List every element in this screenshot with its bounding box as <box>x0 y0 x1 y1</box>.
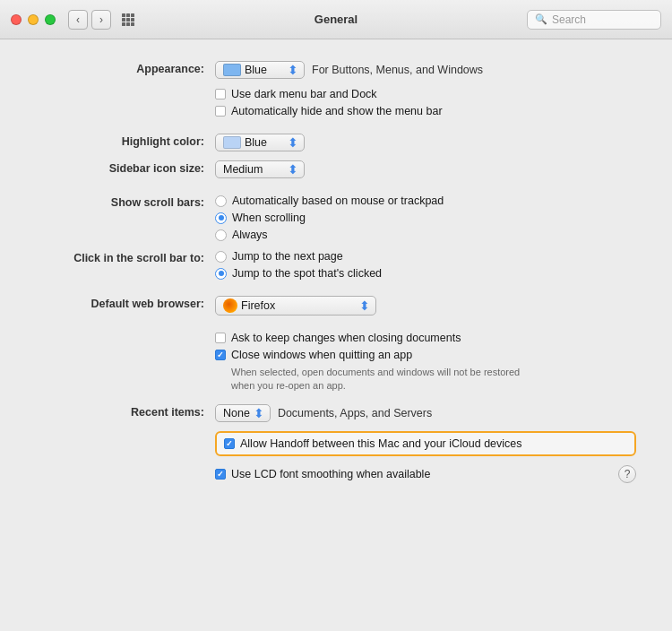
scroll-auto-label: Automatically based on mouse or trackpad <box>232 194 444 207</box>
appearance-controls: Blue ⬍ For Buttons, Menus, and Windows <box>215 61 483 79</box>
scroll-when-scrolling-row: When scrolling <box>215 212 444 224</box>
scroll-always-row: Always <box>215 229 444 241</box>
recent-items-dropdown-arrow: ⬍ <box>254 407 264 419</box>
scroll-auto-row: Automatically based on mouse or trackpad <box>215 194 444 207</box>
click-next-page-row: Jump to the next page <box>215 250 382 263</box>
scroll-when-scrolling-label: When scrolling <box>232 212 306 224</box>
close-windows-checkbox[interactable] <box>215 350 226 360</box>
firefox-icon <box>223 298 237 313</box>
handoff-group: Allow Handoff between this Mac and your … <box>215 431 636 456</box>
app-grid-button[interactable] <box>118 10 138 30</box>
default-browser-dropdown[interactable]: Firefox ⬍ <box>215 296 376 316</box>
click-scroll-row: Click in the scroll bar to: Jump to the … <box>36 250 636 280</box>
use-lcd-row: Use LCD font smoothing when available <box>215 468 430 480</box>
sidebar-icon-size-value: Medium <box>223 163 263 176</box>
lcd-group: Use LCD font smoothing when available ? <box>215 465 636 483</box>
default-browser-label: Default web browser: <box>36 296 215 310</box>
recent-items-value: None <box>223 407 250 419</box>
scroll-when-scrolling-radio[interactable] <box>215 212 227 224</box>
recent-items-label: Recent items: <box>36 404 215 419</box>
sidebar-size-dropdown-arrow: ⬍ <box>288 163 298 176</box>
dark-menu-checkbox[interactable] <box>215 89 226 99</box>
scroll-always-radio[interactable] <box>215 229 227 241</box>
click-scroll-controls: Jump to the next page Jump to the spot t… <box>215 250 382 280</box>
search-box[interactable]: 🔍 Search <box>527 10 661 30</box>
click-next-page-label: Jump to the next page <box>232 250 343 263</box>
recent-items-controls: None ⬍ Documents, Apps, and Servers <box>215 404 432 422</box>
click-scroll-label: Click in the scroll bar to: <box>36 250 215 264</box>
click-spot-label: Jump to the spot that's clicked <box>232 267 382 280</box>
auto-hide-menu-row: Automatically hide and show the menu bar <box>215 105 636 117</box>
auto-hide-menu-label: Automatically hide and show the menu bar <box>231 105 443 117</box>
highlight-color-swatch <box>223 136 241 149</box>
search-icon: 🔍 <box>535 13 547 25</box>
menu-options-group: Use dark menu bar and Dock Automatically… <box>215 88 636 117</box>
default-browser-value: Firefox <box>241 299 275 312</box>
browser-dropdown-arrow: ⬍ <box>359 299 370 312</box>
appearance-dropdown[interactable]: Blue ⬍ <box>215 61 305 79</box>
recent-items-dropdown[interactable]: None ⬍ <box>215 404 271 422</box>
documents-options-group: Ask to keep changes when closing documen… <box>215 332 636 393</box>
handoff-highlighted-row: Allow Handoff between this Mac and your … <box>215 431 636 456</box>
close-windows-label: Close windows when quitting an app <box>231 349 412 361</box>
default-browser-controls: Firefox ⬍ <box>215 296 376 316</box>
grid-icon <box>122 13 134 26</box>
appearance-dropdown-arrow: ⬍ <box>288 64 298 76</box>
search-placeholder: Search <box>552 13 653 26</box>
dark-menu-label: Use dark menu bar and Dock <box>231 88 377 100</box>
click-spot-radio[interactable] <box>215 268 227 280</box>
use-lcd-checkbox[interactable] <box>215 469 226 480</box>
click-next-page-radio[interactable] <box>215 251 227 263</box>
scroll-bars-label: Show scroll bars: <box>36 194 215 209</box>
preferences-content: Appearance: Blue ⬍ For Buttons, Menus, a… <box>0 39 672 501</box>
minimize-button[interactable] <box>28 14 39 25</box>
highlight-color-dropdown[interactable]: Blue ⬍ <box>215 134 305 151</box>
appearance-label: Appearance: <box>36 61 215 75</box>
allow-handoff-checkbox[interactable] <box>224 438 235 449</box>
highlight-color-label: Highlight color: <box>36 134 215 148</box>
default-browser-row: Default web browser: Firefox ⬍ <box>36 296 636 316</box>
close-windows-note: When selected, open documents and window… <box>231 366 572 393</box>
scroll-bars-controls: Automatically based on mouse or trackpad… <box>215 194 444 241</box>
appearance-row: Appearance: Blue ⬍ For Buttons, Menus, a… <box>36 61 636 79</box>
recent-items-row: Recent items: None ⬍ Documents, Apps, an… <box>36 404 636 422</box>
ask-keep-changes-checkbox[interactable] <box>215 333 226 343</box>
highlight-dropdown-arrow: ⬍ <box>288 136 298 149</box>
forward-button[interactable]: › <box>91 10 111 30</box>
ask-keep-changes-row: Ask to keep changes when closing documen… <box>215 332 636 344</box>
highlight-color-controls: Blue ⬍ <box>215 134 305 151</box>
ask-keep-changes-label: Ask to keep changes when closing documen… <box>231 332 461 344</box>
back-button[interactable]: ‹ <box>68 10 88 30</box>
nav-buttons: ‹ › <box>68 10 111 30</box>
highlight-color-row: Highlight color: Blue ⬍ <box>36 134 636 151</box>
allow-handoff-label: Allow Handoff between this Mac and your … <box>240 437 522 450</box>
use-lcd-label: Use LCD font smoothing when available <box>231 468 430 480</box>
scroll-bars-row: Show scroll bars: Automatically based on… <box>36 194 636 241</box>
highlight-color-value: Blue <box>245 136 267 149</box>
appearance-swatch <box>223 64 241 76</box>
sidebar-icon-size-controls: Medium ⬍ <box>215 160 305 178</box>
click-spot-row: Jump to the spot that's clicked <box>215 267 382 280</box>
dark-menu-row: Use dark menu bar and Dock <box>215 88 636 100</box>
close-button[interactable] <box>11 14 22 25</box>
window-title: General <box>314 13 358 26</box>
help-button[interactable]: ? <box>618 465 636 483</box>
close-windows-row: Close windows when quitting an app <box>215 349 636 361</box>
scroll-auto-radio[interactable] <box>215 195 227 207</box>
appearance-value: Blue <box>245 64 267 76</box>
sidebar-icon-size-dropdown[interactable]: Medium ⬍ <box>215 160 305 178</box>
sidebar-icon-size-row: Sidebar icon size: Medium ⬍ <box>36 160 636 178</box>
sidebar-icon-size-label: Sidebar icon size: <box>36 160 215 175</box>
titlebar: ‹ › General 🔍 Search <box>0 0 672 39</box>
auto-hide-menu-checkbox[interactable] <box>215 106 226 117</box>
scroll-always-label: Always <box>232 229 268 241</box>
appearance-description: For Buttons, Menus, and Windows <box>312 64 483 76</box>
traffic-lights <box>11 14 56 25</box>
maximize-button[interactable] <box>45 14 56 25</box>
recent-items-description: Documents, Apps, and Servers <box>278 407 432 419</box>
